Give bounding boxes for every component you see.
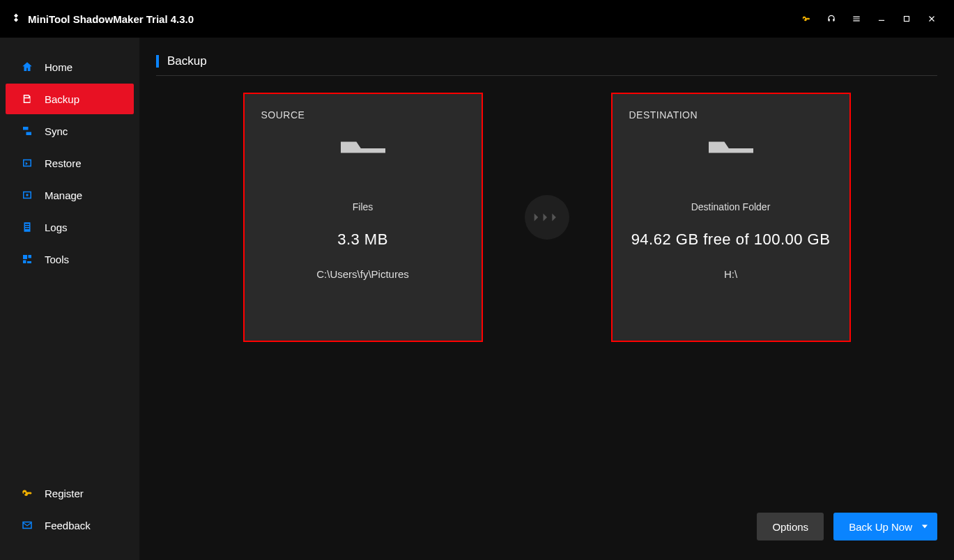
folder-icon: [629, 137, 833, 182]
sidebar-item-label: Manage: [45, 189, 82, 201]
source-path: C:\Users\fy\Pictures: [261, 268, 465, 280]
sidebar-item-label: Backup: [45, 93, 79, 105]
titlebar: MiniTool ShadowMaker Trial 4.3.0: [0, 0, 954, 38]
destination-card[interactable]: DESTINATION Destination Folder 94.62 GB …: [611, 93, 851, 342]
app-logo-icon: [10, 13, 22, 25]
footer: Options Back Up Now: [156, 513, 937, 543]
page-header: Backup: [156, 54, 937, 76]
sidebar-item-label: Home: [45, 61, 72, 73]
sidebar-item-label: Feedback: [45, 520, 91, 531]
sidebar-item-backup[interactable]: Backup: [6, 84, 134, 114]
sync-icon: [20, 123, 35, 139]
destination-heading: DESTINATION: [629, 109, 833, 120]
headphones-icon[interactable]: [819, 9, 844, 29]
key-icon: [20, 485, 35, 501]
sidebar-item-label: Register: [45, 488, 84, 499]
sidebar-item-tools[interactable]: Tools: [6, 244, 134, 274]
restore-icon: [20, 155, 35, 171]
sidebar: Home Backup Sync Restore Manage Logs: [0, 38, 139, 560]
source-card[interactable]: SOURCE Files 3.3 MB C:\Users\fy\Pictures: [243, 93, 483, 342]
backup-now-button[interactable]: Back Up Now: [833, 513, 937, 540]
tools-icon: [20, 251, 35, 267]
sidebar-item-label: Logs: [45, 221, 68, 233]
backup-cards: SOURCE Files 3.3 MB C:\Users\fy\Pictures…: [156, 93, 937, 342]
home-icon: [20, 59, 35, 75]
folder-icon: [261, 137, 465, 182]
source-size: 3.3 MB: [261, 231, 465, 249]
app-body: Home Backup Sync Restore Manage Logs: [0, 38, 954, 560]
options-button[interactable]: Options: [757, 513, 824, 540]
sidebar-item-label: Sync: [45, 125, 68, 137]
sidebar-item-restore[interactable]: Restore: [6, 148, 134, 178]
main-panel: Backup SOURCE Files 3.3 MB C:\Users\fy\P…: [139, 38, 954, 560]
backup-icon: [20, 91, 35, 107]
register-key-icon[interactable]: [794, 9, 819, 29]
maximize-icon[interactable]: [894, 9, 919, 29]
destination-path: H:\: [629, 268, 833, 280]
mail-icon: [20, 518, 35, 533]
sidebar-item-manage[interactable]: Manage: [6, 180, 134, 210]
logs-icon: [20, 219, 35, 235]
minimize-icon[interactable]: [869, 9, 894, 29]
accent-bar: [156, 55, 159, 68]
close-icon[interactable]: [919, 9, 944, 29]
sidebar-item-home[interactable]: Home: [6, 52, 134, 82]
sidebar-item-label: Restore: [45, 157, 82, 169]
app-title: MiniTool ShadowMaker Trial 4.3.0: [28, 13, 194, 25]
sidebar-item-register[interactable]: Register: [6, 478, 134, 508]
manage-icon: [20, 187, 35, 203]
arrow-icon: [525, 195, 569, 240]
destination-type: Destination Folder: [629, 201, 833, 212]
sidebar-item-sync[interactable]: Sync: [6, 116, 134, 146]
sidebar-item-label: Tools: [45, 254, 69, 265]
svg-rect-0: [905, 17, 909, 22]
sidebar-item-feedback[interactable]: Feedback: [6, 510, 134, 540]
page-title: Backup: [167, 54, 207, 68]
sidebar-item-logs[interactable]: Logs: [6, 212, 134, 242]
destination-space: 94.62 GB free of 100.00 GB: [629, 231, 833, 249]
source-type: Files: [261, 201, 465, 212]
source-heading: SOURCE: [261, 109, 465, 120]
menu-icon[interactable]: [844, 9, 869, 29]
